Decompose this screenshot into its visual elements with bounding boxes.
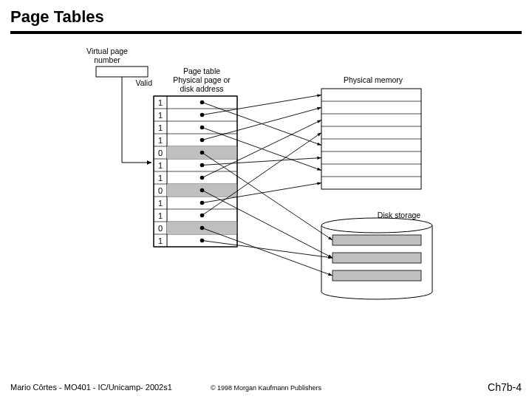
svg-marker-64 [317, 94, 321, 97]
diagram: 111101101101 Virtual pagenumber Valid Pa… [0, 44, 532, 362]
svg-marker-66 [317, 168, 321, 171]
svg-text:1: 1 [158, 211, 163, 220]
svg-marker-80 [317, 133, 321, 137]
svg-text:1: 1 [158, 199, 163, 208]
svg-marker-68 [317, 107, 321, 110]
diagram-svg: 111101101101 [0, 44, 532, 362]
svg-text:1: 1 [158, 98, 163, 107]
label-virtual-page-number: Virtual pagenumber [74, 47, 140, 64]
svg-text:1: 1 [158, 174, 163, 183]
svg-rect-60 [332, 270, 421, 281]
svg-text:1: 1 [158, 161, 163, 170]
svg-marker-74 [317, 120, 321, 123]
label-valid: Valid [123, 78, 152, 87]
svg-text:1: 1 [158, 111, 163, 120]
svg-marker-72 [317, 157, 321, 160]
svg-text:0: 0 [158, 186, 163, 195]
svg-marker-62 [317, 143, 321, 146]
svg-rect-0 [96, 66, 148, 77]
title-rule [10, 31, 522, 34]
svg-text:1: 1 [158, 136, 163, 145]
svg-marker-78 [317, 182, 321, 185]
svg-line-81 [202, 228, 333, 276]
label-page-table-header: Page tablePhysical page ordisk address [161, 66, 242, 93]
svg-line-83 [202, 241, 333, 259]
footer-copyright: © 1998 Morgan Kaufmann Publishers [0, 384, 532, 392]
label-physical-memory: Physical memory [329, 75, 417, 84]
label-disk-storage: Disk storage [362, 211, 436, 219]
svg-text:1: 1 [158, 123, 163, 132]
page-title: Page Tables [0, 0, 532, 27]
svg-rect-59 [332, 253, 421, 263]
svg-rect-58 [332, 235, 421, 245]
svg-text:0: 0 [158, 149, 163, 157]
svg-text:1: 1 [158, 236, 163, 245]
svg-marker-3 [147, 160, 151, 165]
svg-text:0: 0 [158, 224, 163, 233]
footer-page-number: Ch7b-4 [488, 381, 522, 393]
svg-point-57 [321, 218, 432, 233]
